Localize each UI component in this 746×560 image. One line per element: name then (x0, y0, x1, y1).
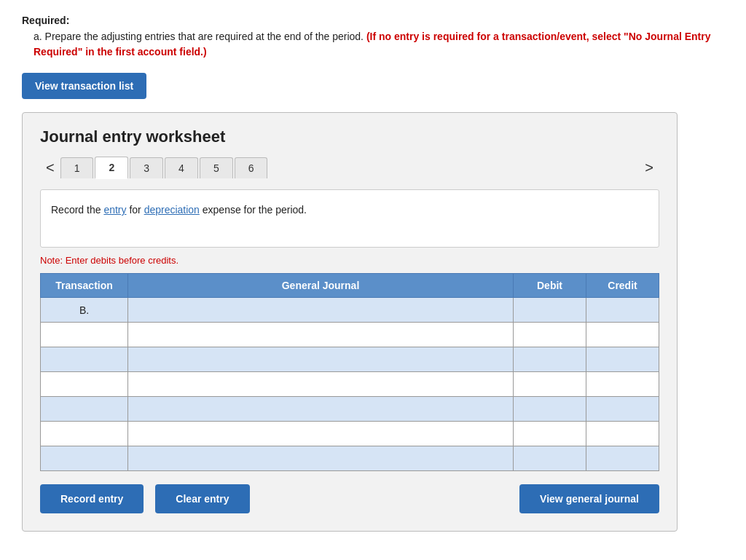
prev-tab-button[interactable]: < (40, 157, 60, 179)
general-journal-cell-4[interactable] (128, 372, 514, 397)
credit-cell-1[interactable] (586, 298, 659, 323)
general-journal-input-7[interactable] (128, 446, 513, 470)
transaction-cell-3 (41, 347, 128, 372)
tabs-row: < 1 2 3 4 5 6 > (40, 157, 659, 179)
description-text-2: for (127, 204, 144, 216)
general-journal-cell-3[interactable] (128, 347, 514, 372)
journal-table: Transaction General Journal Debit Credit… (40, 273, 659, 471)
general-journal-input-5[interactable] (128, 397, 513, 421)
description-depreciation-link: depreciation (144, 204, 200, 216)
worksheet-container: Journal entry worksheet < 1 2 3 4 5 6 > … (22, 112, 678, 532)
transaction-cell-6 (41, 422, 128, 446)
header-debit: Debit (514, 274, 586, 298)
description-box: Record the entry for depreciation expens… (40, 189, 659, 248)
transaction-cell-1: B. (41, 298, 128, 323)
debit-cell-6[interactable] (514, 422, 586, 446)
debit-input-3[interactable] (514, 347, 586, 371)
debit-input-1[interactable] (514, 298, 586, 322)
table-row (41, 323, 659, 347)
tab-1[interactable]: 1 (60, 157, 94, 178)
required-normal-text: Prepare the adjusting entries that are r… (45, 31, 366, 42)
transaction-cell-2 (41, 323, 128, 347)
credit-cell-4[interactable] (586, 372, 659, 397)
credit-cell-7[interactable] (586, 446, 659, 471)
debit-input-5[interactable] (514, 397, 586, 421)
general-journal-cell-7[interactable] (128, 446, 514, 471)
tab-4[interactable]: 4 (165, 157, 198, 178)
debit-input-6[interactable] (514, 422, 586, 446)
debit-cell-7[interactable] (514, 446, 586, 471)
general-journal-input-4[interactable] (128, 372, 513, 396)
credit-input-4[interactable] (586, 372, 659, 396)
table-row (41, 422, 659, 446)
debit-cell-3[interactable] (514, 347, 586, 372)
credit-input-6[interactable] (586, 422, 659, 446)
tab-2[interactable]: 2 (95, 157, 128, 179)
description-entry-link: entry (103, 204, 126, 216)
credit-cell-6[interactable] (586, 422, 659, 446)
credit-input-1[interactable] (586, 298, 659, 322)
general-journal-cell-2[interactable] (128, 323, 514, 347)
header-transaction: Transaction (41, 274, 128, 298)
view-transaction-button[interactable]: View transaction list (22, 73, 146, 99)
general-journal-cell-1[interactable] (128, 298, 514, 323)
debit-cell-5[interactable] (514, 397, 586, 422)
description-text-3: expense for the period. (200, 204, 307, 216)
table-row (41, 347, 659, 372)
required-section: Required: a. Prepare the adjusting entri… (22, 15, 724, 60)
note-text: Note: Enter debits before credits. (40, 255, 659, 266)
credit-cell-3[interactable] (586, 347, 659, 372)
worksheet-title: Journal entry worksheet (40, 127, 659, 146)
debit-cell-4[interactable] (514, 372, 586, 397)
record-entry-button[interactable]: Record entry (40, 484, 144, 513)
table-row (41, 397, 659, 422)
header-general-journal: General Journal (128, 274, 514, 298)
tab-5[interactable]: 5 (200, 157, 233, 178)
table-row (41, 446, 659, 471)
transaction-cell-4 (41, 372, 128, 397)
general-journal-input-1[interactable] (128, 298, 513, 322)
debit-input-2[interactable] (514, 323, 586, 347)
general-journal-cell-5[interactable] (128, 397, 514, 422)
transaction-cell-7 (41, 446, 128, 471)
table-row: B. (41, 298, 659, 323)
credit-cell-5[interactable] (586, 397, 659, 422)
debit-input-7[interactable] (514, 446, 586, 470)
general-journal-cell-6[interactable] (128, 422, 514, 446)
credit-input-5[interactable] (586, 397, 659, 421)
required-label: Required: (22, 15, 724, 26)
item-a-label: a. (34, 31, 42, 42)
credit-cell-2[interactable] (586, 323, 659, 347)
tab-6[interactable]: 6 (235, 157, 268, 178)
view-general-journal-button[interactable]: View general journal (519, 484, 659, 513)
debit-cell-2[interactable] (514, 323, 586, 347)
table-row (41, 372, 659, 397)
credit-input-7[interactable] (586, 446, 659, 470)
debit-input-4[interactable] (514, 372, 586, 396)
general-journal-input-6[interactable] (128, 422, 513, 446)
transaction-cell-5 (41, 397, 128, 422)
required-text: a. Prepare the adjusting entries that ar… (34, 29, 724, 60)
description-text-1: Record the (51, 204, 103, 216)
tab-3[interactable]: 3 (130, 157, 163, 178)
general-journal-input-3[interactable] (128, 347, 513, 371)
debit-cell-1[interactable] (514, 298, 586, 323)
general-journal-input-2[interactable] (128, 323, 513, 347)
next-tab-button[interactable]: > (639, 157, 659, 179)
header-credit: Credit (586, 274, 659, 298)
credit-input-3[interactable] (586, 347, 659, 371)
buttons-row: Record entry Clear entry View general jo… (40, 484, 659, 513)
credit-input-2[interactable] (586, 323, 659, 347)
clear-entry-button[interactable]: Clear entry (155, 484, 249, 513)
